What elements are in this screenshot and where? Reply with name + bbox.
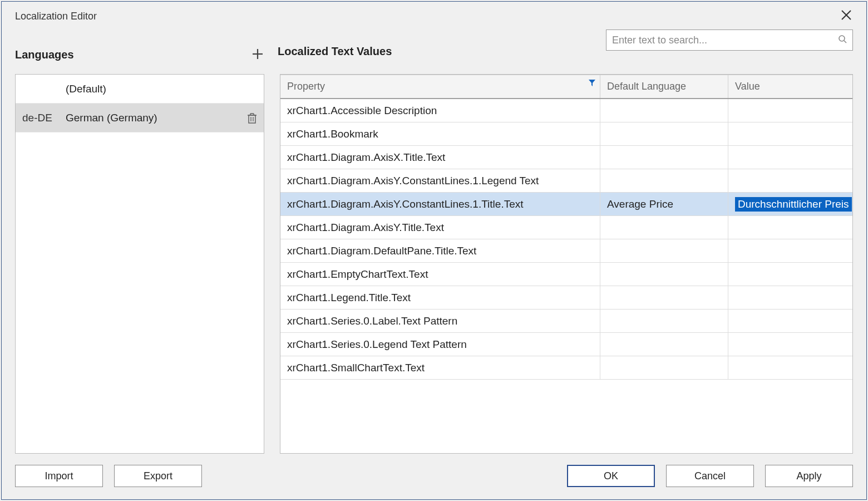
svg-marker-13: [589, 80, 595, 86]
values-header: Localized Text Values: [278, 41, 853, 62]
filter-icon[interactable]: [589, 80, 595, 86]
column-header-property[interactable]: Property: [280, 75, 600, 98]
grid-body: xrChart1.Accessible DescriptionxrChart1.…: [280, 99, 852, 453]
window-title: Localization Editor: [15, 7, 97, 22]
localization-editor-window: Localization Editor Languages Localize: [1, 1, 867, 500]
trash-icon: [247, 112, 257, 124]
cell-default-language[interactable]: [600, 216, 728, 239]
cell-property[interactable]: xrChart1.Series.0.Legend Text Pattern: [280, 333, 600, 356]
table-row[interactable]: xrChart1.Diagram.AxisY.ConstantLines.1.T…: [280, 193, 852, 216]
svg-rect-6: [249, 115, 255, 123]
table-row[interactable]: xrChart1.Series.0.Label.Text Pattern: [280, 310, 852, 333]
localized-values-title: Localized Text Values: [278, 45, 392, 58]
cell-default-language[interactable]: [600, 169, 728, 192]
delete-language-button[interactable]: [247, 112, 257, 124]
add-language-button[interactable]: [252, 47, 263, 62]
table-row[interactable]: xrChart1.SmallChartText.Text: [280, 356, 852, 380]
cell-value[interactable]: [728, 122, 852, 145]
cell-value[interactable]: Durchschnittlicher Preis: [728, 193, 852, 215]
table-row[interactable]: xrChart1.Accessible Description: [280, 99, 852, 122]
column-header-property-label: Property: [287, 81, 325, 92]
column-header-value[interactable]: Value: [728, 75, 852, 98]
cell-default-language[interactable]: Average Price: [600, 193, 728, 215]
cell-value[interactable]: [728, 169, 852, 192]
cell-property[interactable]: xrChart1.Diagram.AxisX.Title.Text: [280, 146, 600, 169]
close-icon: [841, 9, 852, 21]
table-row[interactable]: xrChart1.Diagram.DefaultPane.Title.Text: [280, 239, 852, 263]
cell-property[interactable]: xrChart1.EmptyChartText.Text: [280, 263, 600, 286]
cell-default-language[interactable]: [600, 239, 728, 262]
search-input[interactable]: [612, 35, 838, 46]
content-area: Languages Localized Text Values: [2, 30, 866, 454]
cell-default-language[interactable]: [600, 146, 728, 169]
cell-default-language[interactable]: [600, 356, 728, 379]
cell-value[interactable]: [728, 286, 852, 309]
column-header-value-label: Value: [735, 81, 760, 92]
languages-panel: (Default)de-DEGerman (Germany): [15, 74, 264, 454]
column-header-default-language[interactable]: Default Language: [600, 75, 728, 98]
language-name: German (Germany): [66, 112, 247, 124]
table-row[interactable]: xrChart1.Bookmark: [280, 122, 852, 146]
values-panel: Property Default Language Value: [280, 74, 853, 454]
main-row: (Default)de-DEGerman (Germany) Property …: [15, 74, 853, 454]
grid-header: Property Default Language Value: [280, 75, 852, 99]
ok-button[interactable]: OK: [567, 465, 655, 487]
cancel-button[interactable]: Cancel: [666, 465, 754, 487]
cell-default-language[interactable]: [600, 99, 728, 122]
search-icon: [838, 35, 847, 46]
apply-button[interactable]: Apply: [765, 465, 853, 487]
table-row[interactable]: xrChart1.Diagram.AxisX.Title.Text: [280, 146, 852, 169]
plus-icon: [252, 48, 263, 60]
cell-value[interactable]: [728, 263, 852, 286]
languages-header: Languages: [15, 47, 272, 62]
language-row[interactable]: (Default): [16, 75, 264, 104]
cell-property[interactable]: xrChart1.Accessible Description: [280, 99, 600, 122]
close-button[interactable]: [836, 7, 856, 24]
titlebar: Localization Editor: [2, 2, 866, 30]
button-bar: Import Export OK Cancel Apply: [2, 454, 866, 499]
table-row[interactable]: xrChart1.Diagram.AxisY.ConstantLines.1.L…: [280, 169, 852, 193]
table-row[interactable]: xrChart1.Legend.Title.Text: [280, 286, 852, 310]
cell-value[interactable]: [728, 216, 852, 239]
cell-property[interactable]: xrChart1.Bookmark: [280, 122, 600, 145]
language-row[interactable]: de-DEGerman (Germany): [16, 104, 264, 132]
table-row[interactable]: xrChart1.Series.0.Legend Text Pattern: [280, 333, 852, 356]
cell-value[interactable]: [728, 333, 852, 356]
language-name: (Default): [66, 83, 257, 95]
cell-default-language[interactable]: [600, 310, 728, 332]
cell-value[interactable]: [728, 356, 852, 379]
cell-default-language[interactable]: [600, 263, 728, 286]
cell-property[interactable]: xrChart1.SmallChartText.Text: [280, 356, 600, 379]
table-row[interactable]: xrChart1.EmptyChartText.Text: [280, 263, 852, 286]
cell-property[interactable]: xrChart1.Series.0.Label.Text Pattern: [280, 310, 600, 332]
cell-property[interactable]: xrChart1.Diagram.AxisY.Title.Text: [280, 216, 600, 239]
export-button[interactable]: Export: [114, 465, 202, 487]
cell-value[interactable]: [728, 310, 852, 332]
language-code: de-DE: [16, 112, 66, 124]
panel-header-row: Languages Localized Text Values: [15, 41, 853, 62]
cell-property[interactable]: xrChart1.Legend.Title.Text: [280, 286, 600, 309]
button-bar-right: OK Cancel Apply: [567, 465, 853, 487]
cell-value[interactable]: [728, 99, 852, 122]
cell-property[interactable]: xrChart1.Diagram.AxisY.ConstantLines.1.L…: [280, 169, 600, 192]
languages-title: Languages: [15, 48, 74, 61]
cell-value[interactable]: [728, 239, 852, 262]
svg-line-5: [844, 41, 846, 43]
cell-default-language[interactable]: [600, 286, 728, 309]
table-row[interactable]: xrChart1.Diagram.AxisY.Title.Text: [280, 216, 852, 239]
column-header-default-language-label: Default Language: [607, 81, 686, 92]
cell-property[interactable]: xrChart1.Diagram.AxisY.ConstantLines.1.T…: [280, 193, 600, 215]
button-bar-left: Import Export: [15, 465, 202, 487]
cell-default-language[interactable]: [600, 122, 728, 145]
import-button[interactable]: Import: [15, 465, 103, 487]
svg-point-4: [839, 36, 845, 41]
cell-default-language[interactable]: [600, 333, 728, 356]
search-box[interactable]: [606, 30, 853, 51]
cell-property[interactable]: xrChart1.Diagram.DefaultPane.Title.Text: [280, 239, 600, 262]
cell-value[interactable]: [728, 146, 852, 169]
value-editor[interactable]: Durchschnittlicher Preis: [735, 197, 852, 212]
